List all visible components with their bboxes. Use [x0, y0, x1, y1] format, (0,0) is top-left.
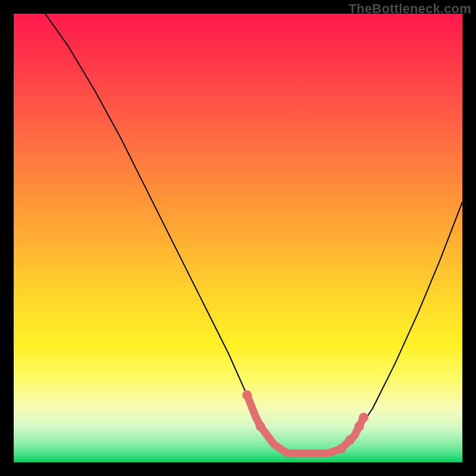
fit-marker: [242, 390, 252, 400]
fit-overlay-markers: [242, 390, 368, 454]
fit-marker: [355, 422, 364, 431]
plot-area: [14, 14, 462, 462]
bottleneck-curve: [45, 14, 462, 453]
fit-marker: [346, 435, 355, 444]
chart-svg: [14, 14, 462, 462]
fit-marker: [256, 422, 265, 431]
fit-marker: [336, 444, 346, 453]
fit-marker: [359, 413, 368, 422]
watermark-text: TheBottleneck.com: [349, 1, 471, 17]
chart-stage: TheBottleneck.com: [0, 0, 476, 476]
